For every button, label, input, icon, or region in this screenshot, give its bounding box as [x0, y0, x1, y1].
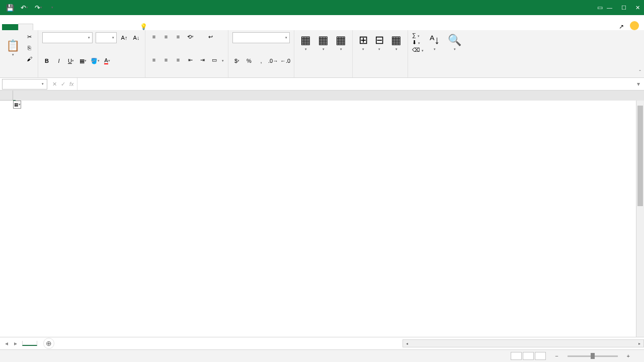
align-right-icon[interactable]: ≡ [174, 55, 183, 64]
group-clipboard: 📋▾ ✂ ⎘ 🖌 [0, 30, 38, 77]
sheet-area: ▦▾ [0, 90, 644, 337]
name-box[interactable]: ▾ [2, 79, 47, 89]
sigma-icon: ∑ [412, 32, 416, 38]
group-font: ▾ ▾ A↑ A↓ B I U▾ ▦▾ 🪣▾ A▾ [38, 30, 145, 77]
orientation-icon[interactable]: ⟲▾ [186, 32, 195, 41]
page-break-view-button[interactable] [535, 352, 546, 360]
italic-button[interactable]: I [54, 56, 63, 65]
enter-formula-icon[interactable]: ✓ [61, 81, 65, 87]
share-icon: ↗ [619, 23, 624, 30]
close-icon[interactable]: ✕ [635, 5, 640, 11]
delete-cells-icon: ⊟ [375, 33, 384, 47]
tellme-input[interactable]: 💡 [140, 23, 150, 30]
align-bottom-icon[interactable]: ≡ [174, 32, 183, 41]
underline-button[interactable]: U▾ [66, 56, 75, 65]
tab-data[interactable] [75, 24, 90, 30]
increase-indent-icon[interactable]: ⇥ [198, 55, 207, 64]
align-middle-icon[interactable]: ≡ [162, 32, 171, 41]
find-select-button[interactable]: 🔍▾ [446, 32, 463, 53]
delete-cells-button[interactable]: ⊟▾ [373, 32, 386, 52]
font-color-icon[interactable]: A▾ [103, 56, 112, 65]
autosum-button[interactable]: ∑ ▾ [412, 32, 424, 38]
borders-icon[interactable]: ▦▾ [78, 56, 88, 65]
tab-pagelayout[interactable] [47, 24, 61, 30]
decrease-indent-icon[interactable]: ⇤ [186, 55, 195, 64]
increase-font-icon[interactable]: A↑ [120, 33, 129, 42]
zoom-thumb[interactable] [591, 353, 595, 359]
sheet-tab-recurring[interactable] [22, 341, 37, 346]
insert-cells-button[interactable]: ⊞▾ [357, 32, 370, 52]
paste-button[interactable]: 📋▾ [4, 38, 22, 58]
fill-button[interactable]: ⬇ ▾ [412, 39, 424, 46]
comma-icon[interactable]: , [257, 56, 266, 65]
normal-view-button[interactable] [511, 352, 522, 360]
select-all-corner[interactable] [0, 90, 13, 101]
bulb-icon: 💡 [140, 23, 147, 30]
format-cells-button[interactable]: ▦▾ [389, 32, 404, 52]
qat-customize-icon[interactable]: ▾ [46, 2, 58, 14]
maximize-icon[interactable]: ☐ [621, 5, 626, 11]
horizontal-scrollbar[interactable]: ◂ ▸ [403, 339, 644, 347]
conditional-formatting-button[interactable]: ▦▾ [298, 32, 313, 52]
feedback-smiley-icon[interactable] [630, 21, 639, 30]
sort-filter-icon: ᴬ↓ [430, 33, 440, 47]
save-icon[interactable]: 💾 [4, 2, 16, 14]
decrease-decimal-icon[interactable]: ←.0 [281, 56, 290, 65]
group-styles: ▦▾ ▦▾ ▦▾ [294, 30, 353, 77]
group-number: ▾ $▾ % , .0→ ←.0 [228, 30, 294, 77]
hscroll-right-icon[interactable]: ▸ [635, 340, 643, 347]
currency-icon[interactable]: $▾ [232, 56, 242, 65]
cut-icon[interactable]: ✂ [25, 32, 34, 41]
merge-center-button[interactable]: ▾ [222, 57, 224, 63]
find-icon: 🔍 [448, 33, 461, 47]
undo-icon[interactable]: ↶▾ [18, 2, 30, 14]
wrap-text-icon: ↩ [206, 32, 215, 41]
zoom-slider[interactable] [568, 355, 618, 357]
clear-button[interactable]: ⌫ ▾ [412, 47, 424, 53]
autofill-options-icon[interactable]: ▦▾ [13, 101, 21, 109]
page-layout-view-button[interactable] [523, 352, 534, 360]
vertical-scrollbar[interactable] [636, 101, 644, 337]
sort-filter-button[interactable]: ᴬ↓▾ [428, 32, 442, 53]
font-name-select[interactable]: ▾ [42, 32, 93, 43]
tab-view[interactable] [104, 24, 118, 30]
tab-insert[interactable] [33, 24, 47, 30]
format-as-table-button[interactable]: ▦▾ [316, 32, 331, 52]
add-sheet-button[interactable]: ⊕ [43, 338, 54, 349]
cell-styles-button[interactable]: ▦▾ [334, 32, 348, 52]
tab-file[interactable] [2, 24, 18, 30]
bold-button[interactable]: B [42, 56, 51, 65]
number-format-select[interactable]: ▾ [232, 32, 290, 43]
fx-icon[interactable]: fx [69, 81, 74, 87]
fill-color-icon[interactable]: 🪣▾ [91, 56, 100, 65]
sheet-nav-prev-icon[interactable]: ◂ [5, 340, 8, 347]
tab-home[interactable] [18, 24, 33, 30]
align-top-icon[interactable]: ≡ [149, 32, 158, 41]
tab-review[interactable] [90, 24, 104, 30]
cancel-formula-icon[interactable]: ✕ [52, 81, 57, 87]
scrollbar-thumb[interactable] [637, 106, 643, 206]
align-center-icon[interactable]: ≡ [162, 55, 171, 64]
group-cells: ⊞▾ ⊟▾ ▦▾ [353, 30, 408, 77]
align-left-icon[interactable]: ≡ [149, 55, 158, 64]
zoom-in-button[interactable]: + [627, 353, 630, 359]
redo-icon[interactable]: ↷▾ [32, 2, 44, 14]
sheet-nav-next-icon[interactable]: ▸ [14, 340, 17, 347]
tab-foxit[interactable] [118, 24, 132, 30]
copy-icon[interactable]: ⎘ [25, 43, 34, 52]
format-painter-icon[interactable]: 🖌 [25, 54, 34, 63]
tab-formulas[interactable] [61, 24, 75, 30]
share-button[interactable]: ↗ [619, 23, 626, 30]
collapse-ribbon-icon[interactable]: ˆ [639, 69, 641, 75]
decrease-font-icon[interactable]: A↓ [132, 33, 141, 42]
increase-decimal-icon[interactable]: .0→ [269, 56, 278, 65]
zoom-out-button[interactable]: − [555, 353, 558, 359]
account-icon[interactable]: ▭ [597, 4, 603, 11]
minimize-icon[interactable]: — [607, 5, 612, 11]
percent-icon[interactable]: % [245, 56, 254, 65]
table-icon: ▦ [318, 33, 329, 47]
font-size-select[interactable]: ▾ [96, 32, 117, 43]
fill-down-icon: ⬇ [412, 39, 417, 45]
hscroll-left-icon[interactable]: ◂ [403, 340, 411, 347]
expand-formula-icon[interactable]: ▾ [633, 80, 644, 87]
